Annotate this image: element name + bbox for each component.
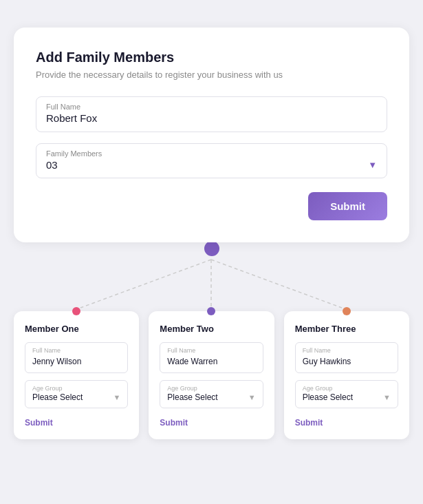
member-full-name-label-1: Full Name <box>32 347 120 354</box>
member-full-name-field-1[interactable]: Full Name Jenny Wilson <box>25 342 128 373</box>
member-title-1: Member One <box>25 324 128 334</box>
svg-line-0 <box>80 260 211 308</box>
member-age-group-label-1: Age Group <box>32 385 120 392</box>
chevron-down-icon: ▼ <box>248 393 256 401</box>
page-wrapper: Add Family Members Provide the necessary… <box>14 28 409 439</box>
connector-area <box>14 241 409 311</box>
member-title-3: Member Three <box>295 324 398 334</box>
member-age-group-value-3: Please Select <box>303 392 353 402</box>
chevron-down-icon: ▼ <box>383 393 391 401</box>
member-card-3: Member Three Full Name Guy Hawkins Age G… <box>284 311 409 439</box>
full-name-field[interactable]: Full Name Robert Fox <box>36 96 387 132</box>
family-members-select[interactable]: 03 ▼ <box>46 159 377 171</box>
member-full-name-label-3: Full Name <box>303 347 391 354</box>
center-connector-dot <box>204 241 219 256</box>
full-name-label: Full Name <box>46 103 377 111</box>
member-age-group-value-1: Please Select <box>32 392 83 402</box>
family-members-label: Family Members <box>46 149 377 158</box>
member-card-1: Member One Full Name Jenny Wilson Age Gr… <box>14 311 139 439</box>
member-age-group-field-1[interactable]: Age Group Please Select ▼ <box>25 380 128 408</box>
main-card: Add Family Members Provide the necessary… <box>14 28 409 242</box>
member-full-name-field-2[interactable]: Full Name Wade Warren <box>160 342 263 373</box>
chevron-down-icon: ▼ <box>113 393 120 401</box>
page-title: Add Family Members <box>36 50 387 65</box>
member-full-name-value-3: Guy Hawkins <box>303 357 351 366</box>
member-title-2: Member Two <box>160 324 263 334</box>
member-age-group-select-3[interactable]: Please Select ▼ <box>303 392 391 402</box>
chevron-down-icon: ▼ <box>368 160 377 170</box>
submit-button[interactable]: Submit <box>308 192 387 220</box>
page-subtitle: Provide the necessary details to registe… <box>36 70 387 80</box>
member-full-name-label-2: Full Name <box>167 347 255 354</box>
member-age-group-field-3[interactable]: Age Group Please Select ▼ <box>295 380 398 408</box>
member-submit-button-3[interactable]: Submit <box>295 418 323 428</box>
member-full-name-value-1: Jenny Wilson <box>32 357 81 366</box>
full-name-value: Robert Fox <box>46 112 97 124</box>
member-card-2: Member Two Full Name Wade Warren Age Gro… <box>149 311 274 439</box>
member-age-group-select-2[interactable]: Please Select ▼ <box>167 392 255 402</box>
member-submit-button-1[interactable]: Submit <box>25 418 53 428</box>
family-members-field[interactable]: Family Members 03 ▼ <box>36 143 387 178</box>
member-submit-button-2[interactable]: Submit <box>160 418 188 428</box>
member-age-group-label-3: Age Group <box>303 385 391 392</box>
svg-line-2 <box>211 260 342 308</box>
family-members-value: 03 <box>46 159 58 171</box>
member-full-name-field-3[interactable]: Full Name Guy Hawkins <box>295 342 398 373</box>
member-age-group-select-1[interactable]: Please Select ▼ <box>32 392 120 402</box>
members-row: Member One Full Name Jenny Wilson Age Gr… <box>14 311 409 439</box>
submit-btn-container: Submit <box>36 192 387 220</box>
member-age-group-value-2: Please Select <box>167 392 217 402</box>
member-age-group-label-2: Age Group <box>167 385 255 392</box>
member-age-group-field-2[interactable]: Age Group Please Select ▼ <box>160 380 263 408</box>
member-full-name-value-2: Wade Warren <box>167 357 217 366</box>
connector-lines <box>14 256 409 311</box>
